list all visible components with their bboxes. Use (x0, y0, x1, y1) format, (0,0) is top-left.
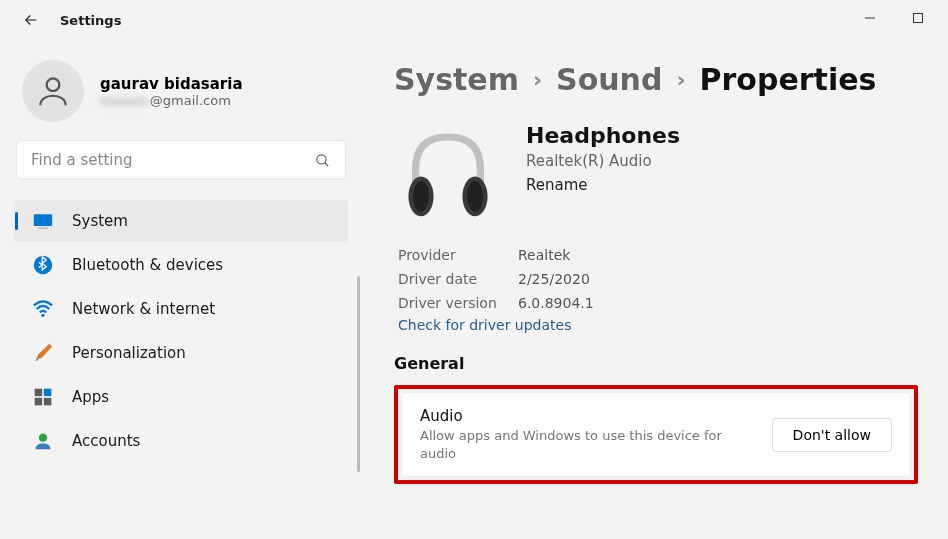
maximize-icon (912, 12, 924, 24)
sidebar-item-label: System (72, 212, 128, 230)
sidebar-item-apps[interactable]: Apps (14, 376, 348, 418)
sidebar-item-network[interactable]: Network & internet (14, 288, 348, 330)
svg-rect-5 (34, 214, 52, 226)
system-icon (32, 210, 54, 232)
breadcrumb-sound[interactable]: Sound (556, 62, 662, 97)
headphones-icon (394, 119, 502, 227)
audio-description: Allow apps and Windows to use this devic… (420, 427, 754, 462)
check-updates-link[interactable]: Check for driver updates (398, 317, 571, 333)
highlight-box: Audio Allow apps and Windows to use this… (394, 385, 918, 484)
driver-date-value: 2/25/2020 (518, 267, 590, 291)
provider-label: Provider (398, 243, 518, 267)
arrow-left-icon (22, 11, 40, 29)
svg-point-2 (47, 78, 60, 91)
svg-rect-1 (914, 14, 923, 23)
provider-value: Realtek (518, 243, 570, 267)
profile-section[interactable]: gaurav bidasaria aaaaaa@gmail.com (8, 50, 354, 140)
search-icon (314, 152, 331, 169)
minimize-icon (864, 12, 876, 24)
svg-point-3 (317, 154, 326, 163)
profile-email: aaaaaa@gmail.com (100, 93, 243, 108)
breadcrumb-current: Properties (700, 62, 877, 97)
driver-version-label: Driver version (398, 291, 518, 315)
device-subtitle: Realtek(R) Audio (526, 152, 680, 170)
account-icon (32, 430, 54, 452)
sidebar-item-label: Apps (72, 388, 109, 406)
back-button[interactable] (16, 5, 46, 35)
sidebar-item-personalization[interactable]: Personalization (14, 332, 348, 374)
audio-card: Audio Allow apps and Windows to use this… (401, 392, 911, 477)
apps-icon (32, 386, 54, 408)
wifi-icon (32, 298, 54, 320)
audio-title: Audio (420, 407, 754, 425)
driver-version-value: 6.0.8904.1 (518, 291, 594, 315)
window-title: Settings (60, 13, 121, 28)
svg-point-13 (39, 434, 47, 442)
sidebar-item-accounts[interactable]: Accounts (14, 420, 348, 462)
breadcrumb: System › Sound › Properties (394, 62, 918, 97)
person-icon (34, 72, 72, 110)
bluetooth-icon (32, 254, 54, 276)
svg-point-17 (467, 181, 483, 212)
search-input-wrapper[interactable] (16, 140, 346, 180)
sidebar-item-label: Personalization (72, 344, 186, 362)
maximize-button[interactable] (904, 8, 932, 28)
chevron-right-icon: › (533, 67, 542, 92)
svg-line-4 (325, 162, 328, 165)
svg-rect-12 (44, 398, 52, 406)
svg-rect-11 (35, 398, 43, 406)
profile-name: gaurav bidasaria (100, 75, 243, 93)
avatar (22, 60, 84, 122)
svg-point-7 (34, 256, 52, 274)
sidebar-item-system[interactable]: System (14, 200, 348, 242)
sidebar-item-label: Accounts (72, 432, 140, 450)
breadcrumb-system[interactable]: System (394, 62, 519, 97)
nav: System Bluetooth & devices Network & int… (8, 200, 354, 462)
sidebar-item-bluetooth[interactable]: Bluetooth & devices (14, 244, 348, 286)
sidebar-item-label: Bluetooth & devices (72, 256, 223, 274)
chevron-right-icon: › (676, 67, 685, 92)
svg-rect-6 (38, 228, 48, 229)
dont-allow-button[interactable]: Don't allow (772, 418, 892, 452)
svg-rect-9 (35, 389, 43, 397)
svg-rect-10 (44, 389, 52, 397)
general-heading: General (394, 354, 918, 373)
search-input[interactable] (31, 151, 314, 169)
minimize-button[interactable] (856, 8, 884, 28)
svg-point-15 (413, 181, 429, 212)
device-name: Headphones (526, 123, 680, 148)
rename-button[interactable]: Rename (526, 176, 680, 194)
brush-icon (32, 342, 54, 364)
svg-point-8 (41, 314, 44, 317)
sidebar-item-label: Network & internet (72, 300, 215, 318)
scrollbar[interactable] (357, 276, 360, 472)
driver-date-label: Driver date (398, 267, 518, 291)
